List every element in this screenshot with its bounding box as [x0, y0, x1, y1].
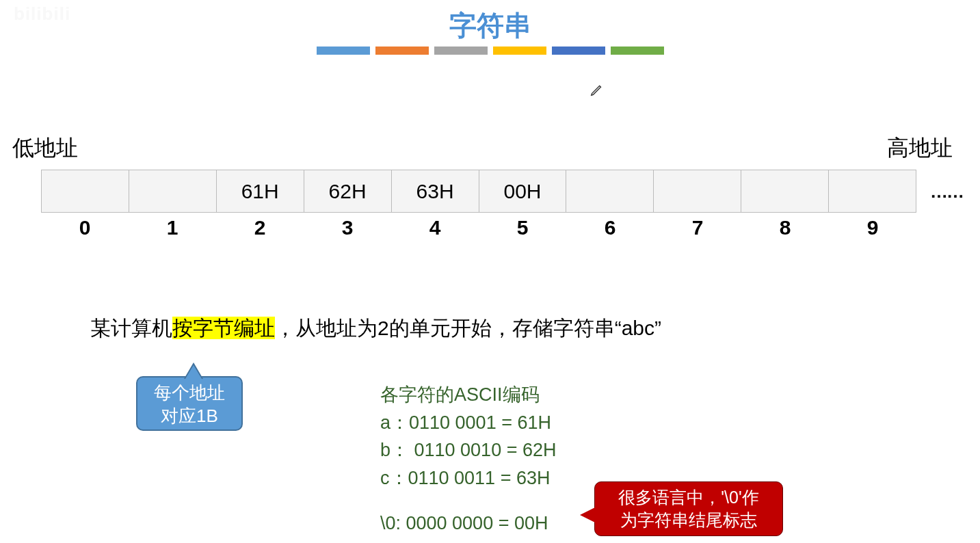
high-address-label: 高地址 — [887, 133, 953, 163]
index-cell: 1 — [129, 216, 216, 239]
index-cell: 3 — [304, 216, 391, 239]
callout-red-line1: 很多语言中，'\0'作 — [595, 486, 782, 509]
color-bar-green — [611, 47, 664, 55]
memory-cell: 61H — [216, 170, 304, 213]
memory-cells-table: 61H 62H 63H 00H — [41, 170, 916, 213]
index-cell: 4 — [391, 216, 479, 239]
description-text: 某计算机按字节编址，从地址为2的单元开始，存储字符串“abc” — [90, 315, 661, 343]
ellipsis-label: …… — [930, 181, 963, 202]
memory-cell — [566, 170, 654, 213]
color-bar-gray — [434, 47, 488, 55]
memory-cell: 63H — [391, 170, 479, 213]
callout-blue-line2: 对应1B — [137, 405, 241, 428]
ascii-null-line: \0: 0000 0000 = 00H — [380, 513, 548, 534]
callout-red-line2: 为字符串结尾标志 — [595, 509, 782, 531]
pen-icon — [590, 82, 605, 101]
ascii-encoding-block: 各字符的ASCII编码 a：0110 0001 = 61H b： 0110 00… — [380, 381, 556, 492]
index-cell: 5 — [479, 216, 566, 239]
low-address-label: 低地址 — [12, 133, 78, 163]
ascii-title: 各字符的ASCII编码 — [380, 381, 556, 409]
color-bar-blue — [317, 47, 370, 55]
desc-highlight: 按字节编址 — [172, 317, 275, 339]
color-bar-darkblue — [552, 47, 605, 55]
color-bar-orange — [375, 47, 429, 55]
memory-cell — [741, 170, 829, 213]
index-cell: 7 — [654, 216, 741, 239]
index-cell: 0 — [41, 216, 129, 239]
memory-cell: 62H — [304, 170, 391, 213]
decorative-color-bars — [317, 47, 664, 55]
memory-cell — [654, 170, 741, 213]
ascii-b: b： 0110 0010 = 62H — [380, 436, 556, 464]
callout-null-terminator: 很多语言中，'\0'作 为字符串结尾标志 — [594, 481, 783, 536]
callout-blue-line1: 每个地址 — [137, 382, 241, 405]
index-cell: 6 — [566, 216, 654, 239]
ascii-c: c：0110 0011 = 63H — [380, 464, 556, 492]
memory-cell — [42, 170, 129, 213]
callout-byte-addressing: 每个地址 对应1B — [136, 376, 243, 431]
desc-post: ，从地址为2的单元开始，存储字符串“abc” — [275, 317, 661, 339]
memory-cell — [129, 170, 216, 213]
logo-watermark: bilibili — [14, 3, 137, 31]
index-cell: 8 — [741, 216, 829, 239]
index-cell: 2 — [216, 216, 304, 239]
memory-index-row: 0 1 2 3 4 5 6 7 8 9 — [41, 216, 916, 239]
desc-pre: 某计算机 — [90, 317, 172, 339]
ascii-a: a：0110 0001 = 61H — [380, 409, 556, 437]
color-bar-yellow — [493, 47, 546, 55]
index-cell: 9 — [829, 216, 916, 239]
memory-cell: 00H — [479, 170, 566, 213]
slide-title: 字符串 — [449, 7, 531, 44]
memory-cell — [829, 170, 916, 213]
